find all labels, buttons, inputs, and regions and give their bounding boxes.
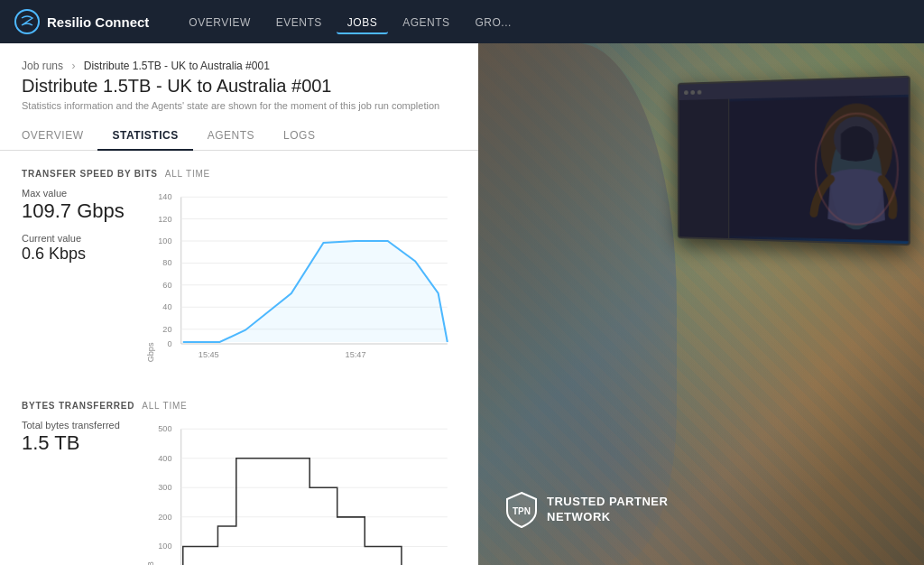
svg-text:80: 80	[162, 258, 171, 267]
svg-text:200: 200	[158, 512, 171, 521]
tab-agents[interactable]: AGENTS	[193, 122, 269, 151]
bytes-time-filter[interactable]: ALL TIME	[142, 401, 187, 411]
page-subtitle: Statistics information and the Agents' s…	[22, 100, 457, 111]
screen-content	[679, 95, 909, 244]
svg-text:100: 100	[158, 236, 171, 245]
right-panel: TPN TRUSTED PARTNER NETWORK	[478, 43, 924, 565]
nav-agents[interactable]: AGENTS	[392, 11, 460, 34]
bytes-transferred-section: BYTES TRANSFERRED ALL TIME Total bytes t…	[22, 401, 457, 565]
breadcrumb-parent[interactable]: Job runs	[22, 60, 63, 72]
tpn-shield-icon: TPN	[505, 491, 538, 529]
max-value: 109.7 Gbps	[22, 200, 130, 222]
tpn-badge: TPN TRUSTED PARTNER NETWORK	[505, 491, 668, 529]
toolbar-dot-1	[684, 90, 688, 95]
left-panel: Job runs › Distribute 1.5TB - UK to Aust…	[0, 43, 478, 565]
nav-events[interactable]: EVENTS	[265, 11, 333, 34]
svg-text:300: 300	[158, 483, 171, 492]
toolbar-dot-2	[690, 89, 695, 94]
svg-text:15:45: 15:45	[199, 350, 219, 359]
toolbar-dot-3	[698, 89, 702, 94]
svg-text:500: 500	[158, 424, 171, 433]
resilio-logo-icon	[14, 9, 40, 34]
svg-text:40: 40	[162, 302, 171, 311]
nav-groups[interactable]: GRO...	[465, 11, 522, 34]
bytes-chart-row: Total bytes transferred 1.5 TB Size, GB …	[22, 420, 457, 565]
tab-overview[interactable]: OVERVIEW	[22, 122, 97, 151]
svg-text:100: 100	[158, 542, 171, 551]
tab-logs[interactable]: LOGS	[269, 122, 329, 151]
logo: Resilio Connect	[14, 9, 149, 34]
laptop-screen	[678, 76, 910, 246]
tpn-text: TRUSTED PARTNER NETWORK	[547, 495, 668, 525]
bytes-chart: Size, GB 500 400 300	[144, 420, 457, 565]
page-title: Distribute 1.5TB - UK to Australia #001	[22, 76, 457, 97]
y-axis-label-gbps: Gbps	[146, 342, 155, 362]
total-bytes-value: 1.5 TB	[22, 432, 130, 454]
statistics-content: TRANSFER SPEED BY BITS ALL TIME Max valu…	[0, 151, 478, 565]
breadcrumb-current: Distribute 1.5TB - UK to Australia #001	[84, 60, 270, 72]
current-value: 0.6 Kbps	[22, 245, 130, 264]
main-wrapper: Job runs › Distribute 1.5TB - UK to Aust…	[0, 43, 924, 565]
top-navigation: Resilio Connect OVERVIEW EVENTS JOBS AGE…	[0, 0, 924, 43]
transfer-speed-label: TRANSFER SPEED BY BITS ALL TIME	[22, 169, 457, 179]
max-label: Max value	[22, 188, 130, 199]
transfer-speed-time-filter[interactable]: ALL TIME	[165, 169, 210, 179]
bytes-chart-bars	[183, 458, 448, 565]
transfer-speed-chart-row: Max value 109.7 Gbps Current value 0.6 K…	[22, 188, 457, 375]
screen-sidebar	[679, 99, 730, 238]
svg-text:0: 0	[167, 339, 171, 348]
svg-text:120: 120	[158, 215, 171, 224]
bytes-transferred-label: BYTES TRANSFERRED ALL TIME	[22, 401, 457, 411]
nav-overview[interactable]: OVERVIEW	[178, 11, 261, 34]
svg-text:140: 140	[158, 192, 171, 201]
page-header: Job runs › Distribute 1.5TB - UK to Aust…	[0, 43, 478, 111]
svg-text:400: 400	[158, 453, 171, 462]
screen-3d-content	[729, 95, 908, 244]
screen-main	[729, 95, 908, 244]
total-bytes-label: Total bytes transferred	[22, 420, 130, 431]
bytes-stats: Total bytes transferred 1.5 TB	[22, 420, 130, 465]
nav-jobs[interactable]: JOBS	[337, 11, 388, 34]
bytes-chart-svg: Size, GB 500 400 300	[144, 420, 457, 565]
y-axis-label-size: Size, GB	[146, 561, 155, 565]
person-silhouette	[478, 43, 677, 565]
svg-text:15:47: 15:47	[346, 350, 366, 359]
transfer-speed-svg: Gbps 140 120 100	[144, 188, 457, 372]
background-scene: TPN TRUSTED PARTNER NETWORK	[478, 43, 924, 565]
breadcrumb: Job runs › Distribute 1.5TB - UK to Aust…	[22, 60, 457, 72]
nav-links: OVERVIEW EVENTS JOBS AGENTS GRO...	[178, 14, 522, 30]
screen-inner	[679, 78, 909, 244]
svg-text:TPN: TPN	[513, 506, 531, 516]
tab-bar: OVERVIEW STATISTICS AGENTS LOGS	[0, 122, 478, 151]
svg-text:20: 20	[162, 325, 171, 334]
svg-text:60: 60	[162, 281, 171, 290]
tab-statistics[interactable]: STATISTICS	[97, 122, 192, 151]
transfer-speed-section: TRANSFER SPEED BY BITS ALL TIME Max valu…	[22, 169, 457, 375]
current-label: Current value	[22, 233, 130, 244]
transfer-speed-chart: Gbps 140 120 100	[144, 188, 457, 375]
transfer-speed-stats: Max value 109.7 Gbps Current value 0.6 K…	[22, 188, 130, 274]
